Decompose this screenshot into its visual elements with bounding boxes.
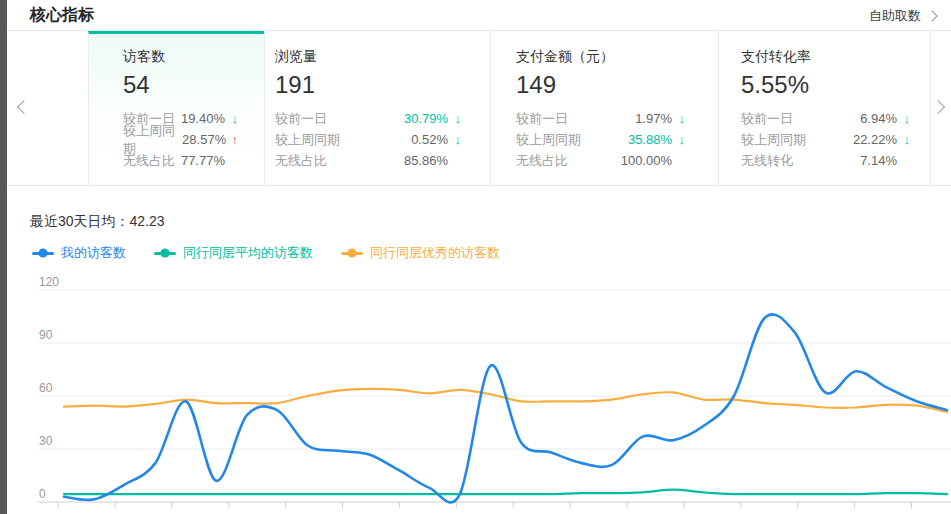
stat-row: 较前一日30.79%↓ xyxy=(275,108,461,129)
trend-down-icon: ↓ xyxy=(448,132,461,147)
stat-value: 35.88% xyxy=(628,132,672,147)
stat-value: 85.86% xyxy=(404,153,448,168)
y-axis-label: 120 xyxy=(39,275,59,289)
trend-down-icon: ↓ xyxy=(672,132,685,147)
stat-value: 77.77% xyxy=(181,153,225,168)
stat-label: 较上周同期 xyxy=(275,131,340,149)
self-service-data-label: 自助取数 xyxy=(869,7,921,25)
line-dot-marker-icon xyxy=(32,252,54,255)
stat-label: 无线占比 xyxy=(123,152,175,170)
stat-rows: 较前一日1.97%↓较上周同期35.88%↓无线占比100.00% xyxy=(516,108,685,171)
stat-row: 较上周同期35.88%↓ xyxy=(516,129,685,150)
line-series-0[interactable] xyxy=(64,314,947,502)
chart-legend: 我的访客数同行同层平均的访客数同行同层优秀的访客数 xyxy=(32,244,500,262)
legend-item-peer-average[interactable]: 同行同层平均的访客数 xyxy=(154,244,313,262)
stat-row: 较上周同期0.52%↓ xyxy=(275,129,461,150)
tab-inner: 支付金额（元）149较前一日1.97%↓较上周同期35.88%↓无线占比100.… xyxy=(516,48,685,171)
chevron-right-icon xyxy=(926,10,937,21)
stat-value: 28.57% xyxy=(182,132,226,147)
metric-value: 149 xyxy=(516,71,685,99)
trend-down-icon: ↓ xyxy=(225,111,238,126)
stat-row: 无线占比100.00% xyxy=(516,150,685,171)
stat-value: 0.52% xyxy=(411,132,448,147)
chart-subtitle: 最近30天日均：42.23 xyxy=(30,213,165,231)
stat-value: 30.79% xyxy=(404,111,448,126)
stat-label: 较前一日 xyxy=(741,110,793,128)
legend-label: 同行同层平均的访客数 xyxy=(183,244,313,262)
legend-label: 同行同层优秀的访客数 xyxy=(370,244,500,262)
tab-inner: 访客数54较前一日19.40%↓较上周同期28.57%↑无线占比77.77% xyxy=(123,48,238,171)
tab-payment-amount[interactable]: 支付金额（元）149较前一日1.97%↓较上周同期35.88%↓无线占比100.… xyxy=(490,31,718,185)
stat-value: 7.14% xyxy=(860,153,897,168)
legend-label: 我的访客数 xyxy=(61,244,126,262)
stat-label: 无线转化 xyxy=(741,152,793,170)
stat-value: 6.94% xyxy=(860,111,897,126)
metric-value: 54 xyxy=(123,71,238,99)
legend-dot xyxy=(348,249,357,258)
legend-dot xyxy=(161,249,170,258)
line-series-1[interactable] xyxy=(64,490,947,495)
metric-title: 支付转化率 xyxy=(741,48,910,66)
stat-value: 22.22% xyxy=(853,132,897,147)
metric-tabs: 访客数54较前一日19.40%↓较上周同期28.57%↑无线占比77.77%浏览… xyxy=(88,31,931,185)
tabs-bottom-divider xyxy=(7,185,951,186)
y-axis-label: 60 xyxy=(39,381,52,395)
self-service-data-link[interactable]: 自助取数 xyxy=(869,7,936,25)
trend-down-icon: ↓ xyxy=(672,111,685,126)
y-axis-label: 90 xyxy=(39,328,52,342)
line-dot-marker-icon xyxy=(341,252,363,255)
stat-label: 较上周同期 xyxy=(741,131,806,149)
tab-visitors[interactable]: 访客数54较前一日19.40%↓较上周同期28.57%↑无线占比77.77% xyxy=(88,31,264,185)
stat-row: 无线占比85.86% xyxy=(275,150,461,171)
line-dot-marker-icon xyxy=(154,252,176,255)
stat-label: 无线占比 xyxy=(516,152,568,170)
legend-item-peer-excellent[interactable]: 同行同层优秀的访客数 xyxy=(341,244,500,262)
stat-row: 较前一日1.97%↓ xyxy=(516,108,685,129)
trend-up-icon: ↑ xyxy=(226,132,238,147)
page-title: 核心指标 xyxy=(30,5,94,26)
stat-label: 较上周同期 xyxy=(516,131,581,149)
stat-row: 较上周同期22.22%↓ xyxy=(741,129,910,150)
stat-value: 100.00% xyxy=(621,153,672,168)
tab-conversion-rate[interactable]: 支付转化率5.55%较前一日6.94%↓较上周同期22.22%↓无线转化7.14… xyxy=(718,31,930,185)
stat-row: 较前一日6.94%↓ xyxy=(741,108,910,129)
stat-value: 19.40% xyxy=(181,111,225,126)
y-axis-label: 30 xyxy=(39,434,52,448)
stat-row: 无线转化7.14% xyxy=(741,150,910,171)
tabs-next-button[interactable] xyxy=(931,100,945,114)
metric-title: 访客数 xyxy=(123,48,238,66)
metric-value: 191 xyxy=(275,71,461,99)
tab-pageviews[interactable]: 浏览量191较前一日30.79%↓较上周同期0.52%↓无线占比85.86% xyxy=(264,31,490,185)
trend-down-icon: ↓ xyxy=(897,111,910,126)
tab-inner: 浏览量191较前一日30.79%↓较上周同期0.52%↓无线占比85.86% xyxy=(275,48,461,171)
legend-dot xyxy=(39,249,48,258)
stat-row: 较上周同期28.57%↑ xyxy=(123,129,238,150)
y-axis-label: 0 xyxy=(39,487,46,501)
visitor-trend-chart[interactable] xyxy=(0,270,951,514)
stat-rows: 较前一日6.94%↓较上周同期22.22%↓无线转化7.14% xyxy=(741,108,910,171)
stat-label: 无线占比 xyxy=(275,152,327,170)
stat-label: 较前一日 xyxy=(516,110,568,128)
metric-title: 支付金额（元） xyxy=(516,48,685,66)
tab-inner: 支付转化率5.55%较前一日6.94%↓较上周同期22.22%↓无线转化7.14… xyxy=(741,48,910,171)
metric-value: 5.55% xyxy=(741,71,910,99)
stat-rows: 较前一日19.40%↓较上周同期28.57%↑无线占比77.77% xyxy=(123,108,238,171)
trend-down-icon: ↓ xyxy=(448,111,461,126)
stat-value: 1.97% xyxy=(635,111,672,126)
trend-down-icon: ↓ xyxy=(897,132,910,147)
core-metrics-dashboard: 核心指标 自助取数 访客数54较前一日19.40%↓较上周同期28.57%↑无线… xyxy=(0,0,951,514)
stat-row: 无线占比77.77% xyxy=(123,150,238,171)
legend-item-my-visitors[interactable]: 我的访客数 xyxy=(32,244,126,262)
tabs-prev-button[interactable] xyxy=(17,100,31,114)
stat-rows: 较前一日30.79%↓较上周同期0.52%↓无线占比85.86% xyxy=(275,108,461,171)
metric-title: 浏览量 xyxy=(275,48,461,66)
stat-label: 较前一日 xyxy=(275,110,327,128)
